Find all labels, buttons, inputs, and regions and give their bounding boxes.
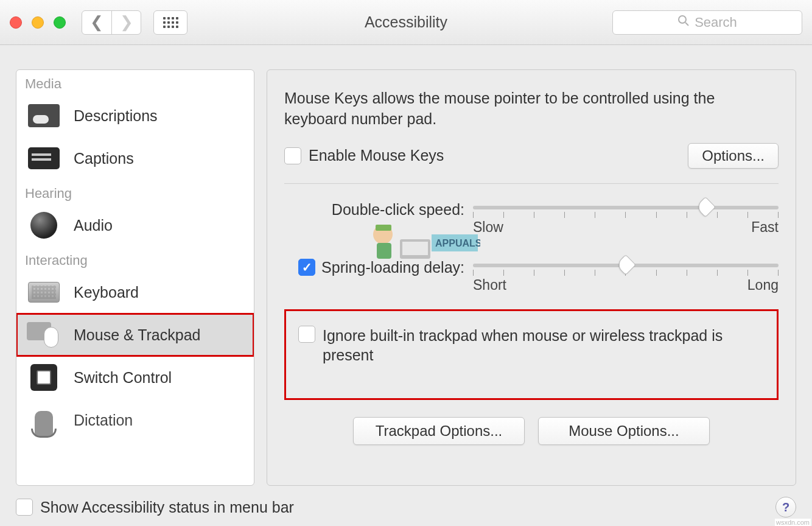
options-button[interactable]: Options... [688, 143, 779, 169]
traffic-lights [10, 16, 66, 29]
sidebar-item-descriptions[interactable]: Descriptions [16, 94, 254, 137]
show-status-checkbox[interactable] [16, 499, 33, 516]
svg-rect-3 [376, 225, 391, 231]
svg-text:APPUALS: APPUALS [435, 238, 480, 248]
sidebar-item-dictation[interactable]: Dictation [16, 399, 254, 441]
help-button[interactable]: ? [775, 497, 796, 517]
accessibility-window: ❮ ❯ Accessibility Search Media Descripti… [0, 0, 812, 526]
minimize-icon[interactable] [32, 16, 44, 29]
nav-buttons: ❮ ❯ [82, 10, 141, 35]
divider [284, 183, 779, 184]
bottom-buttons: Trackpad Options... Mouse Options... [284, 417, 779, 445]
double-click-speed-row: Double-click speed: Slow Fast [284, 201, 779, 219]
sidebar-item-label: Keyboard [74, 284, 139, 301]
keyboard-icon [26, 278, 61, 306]
sidebar-item-captions[interactable]: Captions [16, 137, 254, 180]
sidebar-item-label: Audio [74, 217, 113, 234]
slider-low-label: Short [473, 277, 506, 293]
section-hearing: Hearing [16, 180, 254, 204]
forward-button[interactable]: ❯ [111, 11, 141, 34]
enable-mouse-keys-checkbox[interactable] [284, 147, 301, 164]
search-field[interactable]: Search [612, 10, 802, 35]
sidebar-item-label: Captions [74, 150, 134, 167]
svg-rect-4 [377, 243, 391, 259]
intro-text: Mouse Keys allows the mouse pointer to b… [284, 88, 779, 130]
captions-icon [26, 144, 61, 172]
slider-high-label: Long [747, 277, 779, 293]
sidebar-item-label: Descriptions [74, 107, 158, 125]
search-placeholder: Search [695, 15, 737, 30]
content-area: Media Descriptions Captions Hearing Audi… [0, 45, 812, 491]
mouse-options-button[interactable]: Mouse Options... [538, 417, 710, 445]
audio-icon [26, 211, 61, 239]
footer: Show Accessibility status in menu bar ? [0, 491, 812, 526]
ignore-trackpad-checkbox[interactable] [298, 326, 315, 343]
sidebar-item-audio[interactable]: Audio [16, 204, 254, 247]
switch-control-icon [26, 363, 61, 391]
ignore-trackpad-label: Ignore built-in trackpad when mouse or w… [323, 326, 765, 365]
mouse-trackpad-icon [26, 321, 61, 349]
slider-low-label: Slow [473, 219, 503, 236]
sidebar-item-keyboard[interactable]: Keyboard [16, 271, 254, 314]
section-media: Media [16, 70, 254, 94]
enable-mouse-keys-label: Enable Mouse Keys [309, 147, 444, 164]
slider-high-label: Fast [751, 219, 779, 236]
spring-loading-label: Spring-loading delay: [321, 259, 464, 276]
detail-pane: Mouse Keys allows the mouse pointer to b… [267, 69, 796, 486]
attribution: wsxdn.com [775, 519, 811, 526]
maximize-icon[interactable] [54, 16, 66, 29]
close-icon[interactable] [10, 16, 22, 29]
sidebar-item-switch-control[interactable]: Switch Control [16, 356, 254, 399]
descriptions-icon [26, 102, 61, 130]
svg-rect-6 [402, 242, 428, 255]
ignore-trackpad-highlight: Ignore built-in trackpad when mouse or w… [284, 309, 779, 400]
sidebar-item-label: Dictation [74, 412, 133, 429]
svg-point-0 [679, 16, 686, 23]
svg-line-1 [685, 23, 688, 26]
grid-icon [163, 17, 178, 28]
double-click-label: Double-click speed: [332, 201, 464, 219]
trackpad-options-button[interactable]: Trackpad Options... [353, 417, 525, 445]
show-all-button[interactable] [153, 10, 187, 35]
sidebar-item-mouse-trackpad[interactable]: Mouse & Trackpad [16, 314, 254, 356]
spring-loading-row: Spring-loading delay: Short Long [284, 259, 779, 276]
enable-mouse-keys-row: Enable Mouse Keys Options... [284, 143, 779, 169]
svg-rect-5 [400, 239, 430, 259]
section-interacting: Interacting [16, 247, 254, 271]
svg-point-2 [373, 225, 393, 244]
svg-rect-7 [432, 234, 478, 251]
double-click-slider[interactable]: Slow Fast [473, 201, 779, 213]
spring-loading-checkbox[interactable] [298, 259, 315, 276]
spring-loading-slider[interactable]: Short Long [473, 259, 779, 271]
titlebar: ❮ ❯ Accessibility Search [0, 0, 812, 45]
sidebar: Media Descriptions Captions Hearing Audi… [16, 69, 254, 486]
back-button[interactable]: ❮ [82, 11, 111, 34]
sidebar-item-label: Switch Control [74, 369, 172, 387]
show-status-label: Show Accessibility status in menu bar [40, 499, 294, 516]
dictation-icon [26, 406, 61, 434]
search-icon [677, 15, 690, 30]
sidebar-item-label: Mouse & Trackpad [74, 326, 200, 344]
